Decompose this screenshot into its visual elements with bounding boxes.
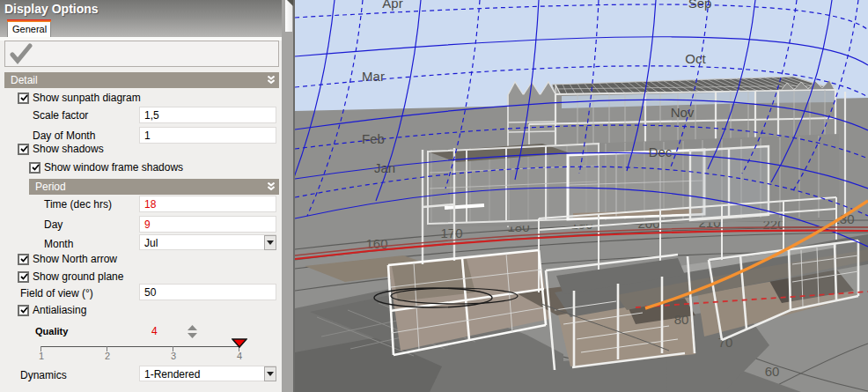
svg-text:Jan: Jan [374,160,395,175]
svg-text:Sep: Sep [688,0,712,11]
svg-text:80: 80 [674,312,689,327]
svg-text:Mar: Mar [362,69,385,84]
svg-text:Feb: Feb [362,131,385,146]
svg-text:Oct: Oct [685,51,706,66]
svg-text:170: 170 [440,226,462,240]
svg-text:Dec: Dec [649,144,673,159]
svg-text:Apr: Apr [382,0,402,11]
svg-text:Nov: Nov [671,105,695,120]
svg-text:60: 60 [765,364,780,379]
